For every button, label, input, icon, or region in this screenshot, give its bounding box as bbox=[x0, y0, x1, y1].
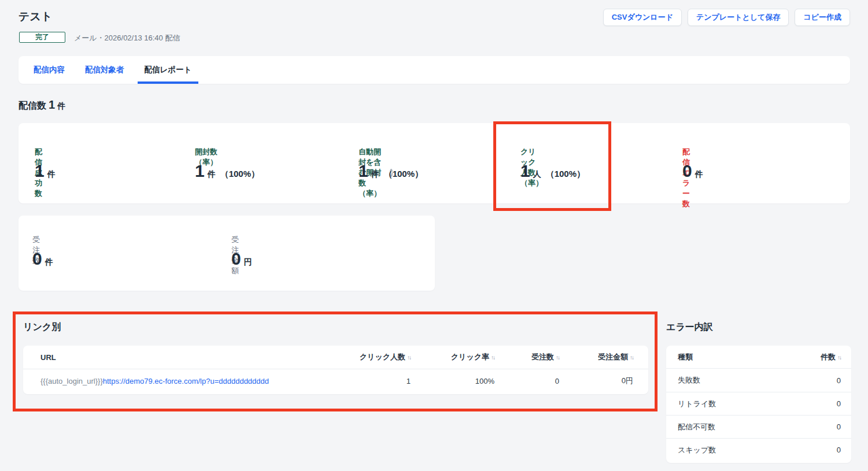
tab-delivery-content[interactable]: 配信内容 bbox=[27, 56, 72, 84]
status-badge: 完了 bbox=[19, 32, 65, 43]
stat-delivery-errors-value: 0 bbox=[682, 161, 692, 181]
stat-order-amount-value: 0 bbox=[231, 249, 241, 269]
delivery-count-prefix: 配信数 bbox=[19, 100, 46, 112]
link-click-rate-cell: 100% bbox=[411, 377, 494, 385]
stat-orders-value: 0 bbox=[32, 249, 42, 269]
stat-delivery-success-unit: 件 bbox=[47, 169, 56, 180]
column-header-error-count-label: 件数 bbox=[821, 353, 836, 361]
column-header-error-count[interactable]: 件数↑↓ bbox=[821, 352, 841, 362]
column-header-orders[interactable]: 受注数↑↓ bbox=[494, 352, 559, 362]
column-header-orders-label: 受注数 bbox=[531, 353, 554, 361]
tab-delivery-report[interactable]: 配信レポート bbox=[138, 56, 199, 84]
link-report-heading: リンク別 bbox=[23, 321, 61, 333]
link-url-cell: {{{auto_login_url}}}https://demo79.ec-fo… bbox=[40, 376, 330, 386]
column-header-click-rate[interactable]: クリック率↑↓ bbox=[411, 352, 494, 362]
error-count-value: 0 bbox=[837, 446, 841, 454]
stat-orders-unit: 件 bbox=[45, 257, 53, 268]
link-report-table: URL クリック人数↑↓ クリック率↑↓ 受注数↑↓ 受注金額↑↓ {{{aut… bbox=[23, 346, 648, 394]
error-type-label: 失敗数 bbox=[678, 375, 700, 385]
save-as-template-button[interactable]: テンプレートとして保存 bbox=[688, 9, 789, 26]
stat-delivery-success-value: 1 bbox=[35, 161, 45, 181]
column-header-click-rate-label: クリック率 bbox=[451, 353, 489, 361]
error-type-label: スキップ数 bbox=[678, 445, 716, 455]
error-row-retries: リトライ数 0 bbox=[666, 392, 851, 415]
link-orders-cell: 0 bbox=[494, 377, 559, 385]
header-actions: CSVダウンロード テンプレートとして保存 コピー作成 bbox=[603, 9, 850, 26]
stat-delivery-errors-unit: 件 bbox=[695, 169, 703, 180]
delivery-meta: メール・2026/02/13 16:40 配信 bbox=[74, 33, 180, 43]
link-table-header-row: URL クリック人数↑↓ クリック率↑↓ 受注数↑↓ 受注金額↑↓ bbox=[23, 346, 648, 369]
error-type-label: 配信不可数 bbox=[678, 422, 715, 432]
link-table-row: {{{auto_login_url}}}https://demo79.ec-fo… bbox=[23, 369, 648, 392]
stat-opens-rate: （100%） bbox=[220, 169, 260, 180]
error-count-value: 0 bbox=[837, 376, 841, 385]
sort-icon[interactable]: ↑↓ bbox=[630, 354, 633, 361]
stat-opens-incl-auto-value: 1 bbox=[359, 161, 368, 181]
delivery-stats-card: 配信成功数 1 件 開封数（率） 1 件 （100%） 自動開封を含む開封数（率… bbox=[19, 123, 850, 203]
column-header-error-type: 種類 bbox=[678, 352, 693, 362]
tab-delivery-targets[interactable]: 配信対象者 bbox=[78, 56, 131, 84]
create-copy-button[interactable]: コピー作成 bbox=[795, 9, 850, 26]
delivery-count-heading: 配信数 1 件 bbox=[19, 98, 65, 112]
stat-click-users-unit: 人 bbox=[533, 169, 541, 180]
delivery-report-page: テスト 完了 メール・2026/02/13 16:40 配信 CSVダウンロード… bbox=[0, 0, 868, 471]
stat-opens-value: 1 bbox=[195, 161, 205, 181]
error-count-value: 0 bbox=[837, 399, 841, 408]
error-table-header-row: 種類 件数↑↓ bbox=[666, 346, 851, 369]
page-title: テスト bbox=[19, 9, 52, 24]
delivery-count-unit: 件 bbox=[57, 101, 65, 112]
stat-order-amount-unit: 円 bbox=[244, 257, 252, 268]
sort-icon[interactable]: ↑↓ bbox=[837, 354, 841, 361]
csv-download-button[interactable]: CSVダウンロード bbox=[603, 9, 682, 26]
column-header-clicks-label: クリック人数 bbox=[360, 353, 405, 361]
link-url[interactable]: https://demo79.ec-force.com/lp?u=ddddddd… bbox=[103, 377, 269, 385]
error-row-undeliverable: 配信不可数 0 bbox=[666, 415, 851, 438]
tab-delivery-report-label: 配信レポート bbox=[145, 65, 192, 75]
column-header-order-amount-label: 受注金額 bbox=[598, 353, 628, 361]
active-tab-underline bbox=[138, 81, 199, 84]
error-breakdown-table: 種類 件数↑↓ 失敗数 0 リトライ数 0 配信不可数 0 スキップ数 0 bbox=[666, 346, 851, 463]
stat-opens-unit: 件 bbox=[208, 169, 216, 180]
stat-click-users-value: 1 bbox=[520, 161, 530, 181]
link-clicks-cell: 1 bbox=[330, 377, 411, 385]
column-header-url: URL bbox=[40, 353, 330, 362]
column-header-clicks[interactable]: クリック人数↑↓ bbox=[330, 352, 411, 362]
error-breakdown-heading: エラー内訳 bbox=[666, 321, 713, 333]
column-header-order-amount[interactable]: 受注金額↑↓ bbox=[559, 352, 633, 362]
stat-opens-incl-auto-unit: 件 bbox=[371, 169, 379, 180]
orders-card: 受注数 0 件 受注金額 0 円 bbox=[19, 216, 435, 291]
stat-click-users-rate: （100%） bbox=[546, 169, 585, 180]
stat-opens-incl-auto-rate: （100%） bbox=[384, 169, 423, 180]
error-row-failures: 失敗数 0 bbox=[666, 369, 851, 392]
error-count-value: 0 bbox=[837, 422, 841, 431]
delivery-count-value: 1 bbox=[49, 98, 55, 112]
tab-bar: 配信内容 配信対象者 配信レポート bbox=[19, 56, 850, 84]
error-type-label: リトライ数 bbox=[678, 399, 716, 409]
link-order-amount-cell: 0円 bbox=[559, 376, 633, 386]
url-prefix-text: {{{auto_login_url}}} bbox=[40, 377, 103, 385]
error-row-skipped: スキップ数 0 bbox=[666, 438, 851, 461]
